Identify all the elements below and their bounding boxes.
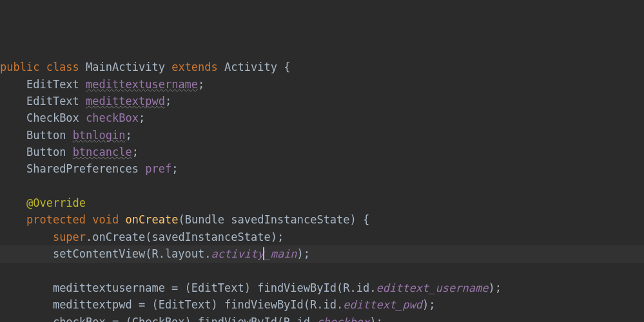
keyword: void	[92, 213, 119, 226]
code-line: EditText medittextpwd;	[0, 93, 644, 109]
call: onCreate(savedInstanceState);	[92, 231, 284, 243]
dot: .	[86, 231, 92, 243]
keyword: extends	[171, 61, 218, 73]
field: medittextpwd	[86, 95, 165, 108]
code-line: checkBox = (CheckBox) findViewById(R.id.…	[0, 314, 644, 322]
type: EditText	[26, 78, 79, 91]
semicolon: ;	[126, 129, 132, 142]
brace: {	[284, 61, 290, 73]
resource-id: activity	[211, 247, 264, 260]
code-line: CheckBox checkBox;	[0, 109, 644, 126]
semicolon: ;	[139, 111, 145, 124]
semicolon: ;	[198, 78, 204, 91]
parent-class: Activity	[224, 61, 277, 73]
end: );	[422, 298, 435, 311]
resource-id: checkbox	[317, 316, 369, 322]
type: CheckBox	[26, 111, 79, 124]
semicolon: ;	[165, 95, 171, 108]
keyword: protected	[26, 213, 86, 226]
stmt: checkBox = (CheckBox) findViewById(R.id.	[53, 316, 317, 322]
paren: (	[178, 213, 184, 226]
code-line: @Override	[0, 194, 644, 211]
field: medittextusername	[86, 78, 198, 91]
code-line: SharedPreferences pref;	[0, 160, 644, 177]
class-name: MainActivity	[86, 61, 165, 73]
param-name: savedInstanceState	[231, 213, 349, 226]
call: setContentView(R.layout.	[53, 247, 211, 260]
type: EditText	[26, 95, 79, 108]
keyword: public class	[0, 61, 79, 73]
end: );	[369, 316, 382, 322]
type: SharedPreferences	[26, 162, 139, 175]
code-line: super.onCreate(savedInstanceState);	[0, 229, 644, 245]
code-line: protected void onCreate(Bundle savedInst…	[0, 211, 644, 228]
code-line: public class MainActivity extends Activi…	[0, 59, 644, 75]
semicolon: ;	[132, 146, 139, 158]
code-editor[interactable]: public class MainActivity extends Activi…	[0, 59, 644, 322]
blank-line	[0, 263, 644, 279]
type: Button	[26, 146, 66, 158]
field: pref	[145, 162, 171, 175]
field: btncancle	[73, 146, 132, 158]
code-line: Button btncancle;	[0, 144, 644, 160]
paren: )	[350, 213, 356, 226]
method-name: onCreate	[126, 213, 179, 226]
resource-id: edittext_username	[376, 281, 488, 294]
resource-id: _main	[264, 247, 297, 260]
code-line: medittextusername = (EditText) findViewB…	[0, 279, 644, 296]
type: Button	[26, 129, 66, 142]
code-line: EditText medittextusername;	[0, 76, 644, 93]
end: );	[297, 247, 310, 260]
code-line-active: setContentView(R.layout.activity_main);	[0, 245, 644, 262]
blank-line	[0, 178, 644, 194]
semicolon: ;	[171, 162, 178, 175]
brace: {	[356, 213, 369, 226]
end: );	[488, 281, 501, 294]
field: btnlogin	[73, 129, 126, 142]
field: checkBox	[86, 111, 139, 124]
stmt: medittextusername = (EditText) findViewB…	[53, 281, 376, 294]
code-line: Button btnlogin;	[0, 127, 644, 144]
keyword: super	[53, 231, 86, 243]
stmt: medittextpwd = (EditText) findViewById(R…	[53, 298, 343, 311]
param-type: Bundle	[185, 213, 224, 226]
resource-id: edittext_pwd	[343, 298, 422, 311]
annotation: @Override	[26, 196, 86, 209]
code-line: medittextpwd = (EditText) findViewById(R…	[0, 296, 644, 313]
